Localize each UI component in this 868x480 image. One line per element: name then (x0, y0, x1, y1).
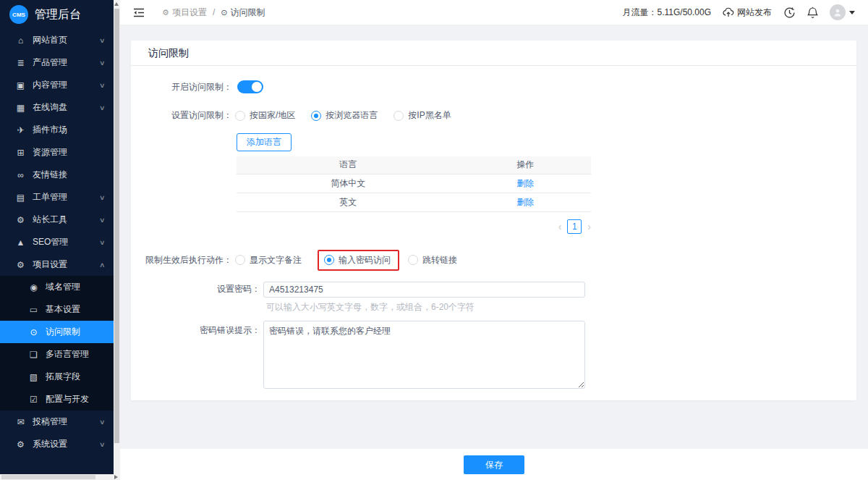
horizontal-scrollbar-thumb[interactable] (1, 475, 95, 479)
radio-option-redirect-link[interactable]: 跳转链接 (408, 254, 457, 266)
sidebar-item-submissions[interactable]: ✉ 投稿管理 ∨ (0, 410, 114, 433)
sidebar-item-seo[interactable]: ▲ SEO管理 ∨ (0, 231, 114, 253)
sidebar-item-label: 网站首页 (33, 34, 67, 46)
home-icon: ⌂ (15, 35, 26, 46)
sidebar-item-extended-fields[interactable]: ▧ 拓展字段 (0, 366, 114, 388)
sidebar-item-resources[interactable]: ⊞ 资源管理 (0, 141, 114, 164)
chevron-down-icon: ∨ (99, 104, 106, 111)
avatar (830, 4, 846, 20)
sidebar-item-label: 工单管理 (33, 191, 67, 203)
radio-option-password-access[interactable]: 输入密码访问 (324, 254, 391, 266)
enable-access-label: 开启访问限制： (131, 81, 235, 93)
radio-checked-icon (324, 255, 334, 265)
monthly-traffic-label: 月流量：5.11G/50.00G (623, 7, 712, 19)
sidebar-item-label: 在线询盘 (33, 101, 67, 114)
scroll-up-arrow-icon[interactable] (114, 2, 119, 6)
sidebar-item-label: 拓展字段 (46, 371, 80, 383)
sidebar-item-label: 产品管理 (33, 56, 67, 69)
table-row: 英文 删除 (237, 193, 591, 211)
cloud-upload-icon (723, 7, 734, 17)
table-header-row: 语言 操作 (237, 156, 591, 174)
plugin-icon: ✈ (15, 125, 26, 135)
sidebar-item-config-dev[interactable]: ☑ 配置与开发 (0, 388, 114, 410)
main-content: 访问限制 开启访问限制： 设置访问限制： 按国家/地区 (120, 26, 868, 480)
sidebar-item-system-settings[interactable]: ⚙ 系统设置 ∨ (0, 433, 114, 455)
sidebar-item-products[interactable]: ≣ 产品管理 ∨ (0, 51, 114, 74)
mail-icon: ✉ (15, 417, 26, 427)
cms-logo-icon: CMS (9, 5, 28, 24)
sidebar-item-domains[interactable]: ◉ 域名管理 (0, 276, 114, 298)
sidebar: CMS 管理后台 ⌂ 网站首页 ∨ ≣ 产品管理 ∨ ▣ 内容管理 ∨ ▦ 在线… (0, 0, 114, 474)
vertical-scrollbar-thumb[interactable] (114, 9, 119, 443)
restriction-action-label: 限制生效后执行动作： (131, 254, 235, 266)
error-message-row: 密码错误提示： 密码错误，请联系您的客户经理 (131, 321, 856, 389)
breadcrumb-separator: / (213, 7, 215, 17)
language-table: 语言 操作 简体中文 删除 英文 删除 (237, 156, 591, 212)
user-menu[interactable] (830, 4, 855, 20)
radio-option-ip-blacklist[interactable]: 按IP黑名单 (393, 109, 451, 122)
password-row: 设置密码： (131, 282, 856, 298)
sidebar-item-inquiry[interactable]: ▦ 在线询盘 ∨ (0, 96, 114, 119)
error-message-label: 密码错误提示： (131, 321, 263, 337)
save-button[interactable]: 保存 (464, 455, 524, 474)
restriction-mode-row: 设置访问限制： 按国家/地区 按浏览器语言 按IP黑名单 (131, 109, 856, 122)
sidebar-item-label: 站长工具 (33, 214, 67, 226)
chevron-down-icon: ∨ (99, 216, 106, 224)
sidebar-item-project-settings[interactable]: ⚙ 项目设置 ∧ (0, 253, 114, 276)
language-cell: 英文 (237, 193, 460, 211)
sidebar-item-plugins[interactable]: ✈ 插件市场 (0, 119, 114, 141)
footer-bar: 保存 (120, 449, 868, 480)
sidebar-item-label: 项目设置 (33, 258, 67, 271)
add-language-button[interactable]: 添加语言 (237, 133, 292, 151)
sidebar-item-label: 友情链接 (33, 169, 67, 181)
sidebar-horizontal-scrollbar[interactable] (0, 474, 120, 480)
sidebar-item-tickets[interactable]: ▤ 工单管理 ∨ (0, 186, 114, 209)
scroll-right-arrow-icon[interactable] (114, 475, 118, 479)
menu-fold-icon[interactable] (133, 7, 145, 18)
action-column-header: 操作 (460, 156, 591, 174)
access-restriction-toggle[interactable] (237, 80, 263, 93)
dev-check-icon: ☑ (28, 395, 39, 405)
password-input[interactable] (263, 282, 585, 298)
sidebar-item-content[interactable]: ▣ 内容管理 ∨ (0, 74, 114, 96)
eye-icon: ⊙ (221, 8, 227, 17)
globe-icon: ◉ (28, 282, 39, 292)
inquiry-icon: ▦ (15, 103, 26, 113)
sidebar-item-label: 投稿管理 (33, 416, 67, 428)
sidebar-item-webmaster-tools[interactable]: ⚙ 站长工具 ∨ (0, 209, 114, 231)
language-column-header: 语言 (237, 156, 460, 174)
restriction-mode-label: 设置访问限制： (131, 109, 235, 122)
breadcrumb-parent[interactable]: ⚙ 项目设置 (162, 7, 207, 19)
language-icon: ❏ (28, 350, 39, 360)
project-settings-submenu: ◉ 域名管理 ▭ 基本设置 ⊙ 访问限制 ❏ 多语言管理 ▧ 拓展字段 ☑ 配置… (0, 276, 114, 410)
prev-page-button[interactable]: ‹ (558, 221, 562, 232)
history-clock-icon[interactable] (783, 7, 796, 19)
chevron-down-icon: ∨ (99, 59, 106, 67)
chevron-down-icon: ∨ (99, 239, 106, 246)
sidebar-item-label: 插件市场 (33, 124, 67, 136)
chevron-down-icon: ∨ (99, 441, 106, 448)
header-right: 月流量：5.11G/50.00G 网站发布 (623, 4, 856, 20)
sidebar-item-basic-settings[interactable]: ▭ 基本设置 (0, 298, 114, 321)
error-message-textarea[interactable]: 密码错误，请联系您的客户经理 (263, 321, 585, 389)
notification-bell-icon[interactable] (807, 7, 818, 19)
chevron-down-icon: ∨ (99, 82, 106, 89)
next-page-button[interactable]: › (587, 221, 591, 232)
sidebar-item-links[interactable]: ∞ 友情链接 (0, 164, 114, 186)
radio-option-country[interactable]: 按国家/地区 (235, 109, 295, 122)
app-logo: CMS 管理后台 (0, 0, 114, 29)
sidebar-item-label: 资源管理 (33, 146, 67, 159)
page-number-1[interactable]: 1 (567, 219, 582, 234)
sidebar-item-multilanguage[interactable]: ❏ 多语言管理 (0, 343, 114, 366)
sidebar-item-label: 基本设置 (46, 303, 80, 316)
radio-option-browser-language[interactable]: 按浏览器语言 (311, 109, 378, 122)
publish-site-button[interactable]: 网站发布 (723, 7, 772, 19)
radio-option-show-text[interactable]: 显示文字备注 (235, 254, 302, 266)
sidebar-item-access-restriction[interactable]: ⊙ 访问限制 (0, 321, 114, 343)
sidebar-vertical-scrollbar[interactable] (114, 0, 120, 474)
sidebar-item-home[interactable]: ⌂ 网站首页 ∨ (0, 29, 114, 51)
gear-icon: ⚙ (15, 260, 26, 270)
delete-link[interactable]: 删除 (516, 178, 534, 188)
delete-link[interactable]: 删除 (516, 197, 534, 207)
sidebar-item-label: SEO管理 (33, 236, 68, 248)
